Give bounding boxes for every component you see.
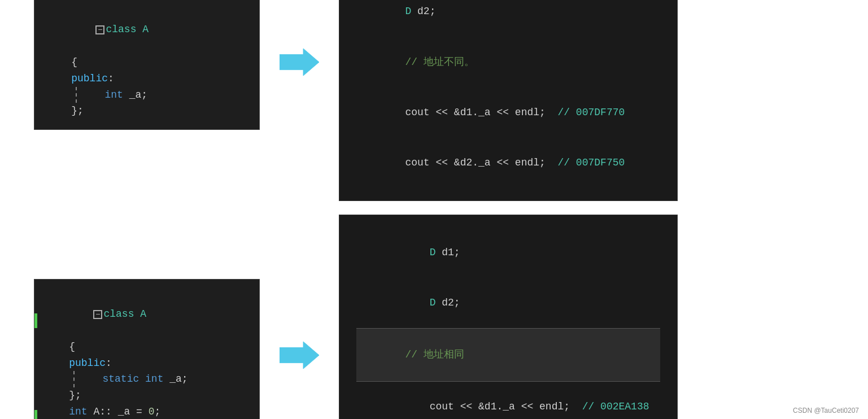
b-out-line-2: D d2;	[356, 278, 660, 328]
watermark: CSDN @TauCeti0207	[793, 407, 859, 414]
svg-marker-0	[280, 49, 319, 76]
code-line-3: public:	[47, 71, 247, 87]
top-code-panel: −class A { public: int _a; };	[34, 0, 260, 130]
code-line-4: int _a;	[47, 87, 247, 103]
out-line-2: D d2;	[356, 0, 660, 37]
code-line-1: −class A	[47, 6, 247, 54]
bottom-arrow	[277, 341, 322, 369]
svg-marker-1	[280, 342, 319, 369]
main-container: −class A { public: int _a; }; D d1; D d2…	[0, 0, 868, 419]
b-out-line-3: // 地址相同	[356, 328, 660, 382]
green-bar-1	[34, 313, 37, 328]
b-code-line-4: static int _a;	[45, 371, 247, 387]
top-output-panel: D d1; D d2; // 地址不同。 cout << &d1._a << e…	[339, 0, 678, 201]
top-row: −class A { public: int _a; }; D d1; D d2…	[34, 0, 834, 201]
green-bar-2	[34, 410, 37, 419]
collapse-icon: −	[95, 25, 104, 34]
right-arrow-icon-2	[280, 341, 319, 369]
top-arrow	[277, 48, 322, 76]
bottom-row: −class A { public: static int _a; }; int…	[34, 215, 834, 419]
out-line-5: cout << &d2._a << endl; // 007DF750	[356, 138, 660, 188]
b-code-line-5: };	[45, 387, 247, 404]
code-line-2: {	[47, 54, 247, 71]
collapse-icon-2: −	[93, 310, 102, 319]
b-out-line-4: cout << &d1._a << endl; // 002EA138	[356, 382, 660, 419]
b-code-line-1: −class A	[45, 290, 247, 338]
out-line-4: cout << &d1._a << endl; // 007DF770	[356, 88, 660, 138]
b-code-line-3: public:	[45, 355, 247, 372]
bottom-output-panel: D d1; D d2; // 地址相同 cout << &d1._a << en…	[339, 215, 678, 419]
b-code-line-6: int A:: _a = 0;	[45, 404, 247, 419]
out-line-3: // 地址不同。	[356, 37, 660, 88]
b-code-line-2: {	[45, 339, 247, 355]
bottom-code-panel: −class A { public: static int _a; }; int…	[34, 279, 260, 419]
right-arrow-icon	[280, 48, 319, 76]
code-line-5: };	[47, 103, 247, 119]
b-out-line-1: D d1;	[356, 228, 660, 278]
